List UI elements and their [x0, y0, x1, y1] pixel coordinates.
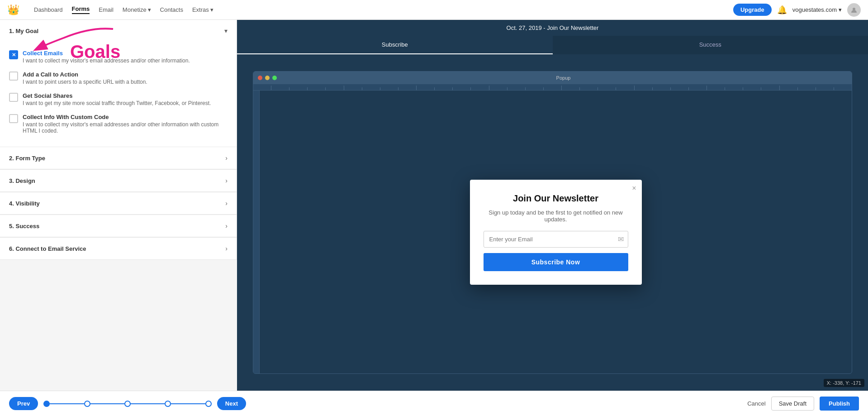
subscribe-now-button[interactable]: Subscribe Now — [484, 253, 628, 271]
browser-main: × Join Our Newsletter Sign up today and … — [260, 91, 852, 373]
section-design-header[interactable]: 3. Design › — [0, 169, 237, 192]
goal-option-add-cta[interactable]: Add a Call to Action I want to point use… — [9, 67, 228, 89]
preview-header: Oct. 27, 2019 - Join Our Newsletter — [237, 20, 868, 36]
chevron-down-icon: ▾ — [148, 6, 151, 13]
upgrade-button[interactable]: Upgrade — [733, 4, 772, 16]
progress-dot-2 — [84, 401, 90, 407]
browser-ruler-v — [253, 91, 260, 373]
publish-button[interactable]: Publish — [820, 397, 859, 411]
nav-forms[interactable]: Forms — [72, 5, 90, 14]
chevron-down-icon-extras: ▾ — [210, 6, 213, 13]
email-icon: ✉ — [618, 235, 624, 244]
goal-options: Collect Emails I want to collect my visi… — [0, 42, 237, 147]
goal-option-collect-emails[interactable]: Collect Emails I want to collect my visi… — [9, 46, 228, 67]
popup-title: Join Our Newsletter — [484, 193, 628, 204]
add-cta-title: Add a Call to Action — [23, 71, 147, 78]
section-success-header[interactable]: 5. Success › — [0, 215, 237, 237]
browser-minimize-dot[interactable] — [265, 76, 270, 80]
bottom-right: Cancel Save Draft Publish — [747, 397, 859, 411]
section-visibility-header[interactable]: 4. Visibility › — [0, 192, 237, 215]
topnav: 👑 Dashboard Forms Email Monetize ▾ Conta… — [0, 0, 868, 20]
chevron-down-icon-domain: ▾ — [839, 6, 842, 13]
prev-button[interactable]: Prev — [9, 397, 38, 410]
tab-subscribe[interactable]: Subscribe — [237, 36, 553, 54]
social-shares-title: Get Social Shares — [23, 92, 211, 99]
collect-emails-desc: I want to collect my visitor's email add… — [23, 57, 190, 64]
chevron-design-icon: › — [225, 177, 228, 184]
chevron-visibility-icon: › — [225, 200, 228, 207]
progress-dot-3 — [124, 401, 131, 407]
section-visibility-title: 4. Visibility — [9, 200, 40, 207]
checkbox-custom-code[interactable] — [9, 114, 18, 123]
main-layout: Goals 1. My Goal ▾ Collect Emails I want… — [0, 20, 868, 391]
progress-dot-1 — [43, 401, 50, 407]
browser-frame: Popup — [253, 71, 852, 374]
progress-track — [43, 401, 212, 407]
nav-dashboard[interactable]: Dashboard — [34, 6, 63, 13]
section-form-type-title: 2. Form Type — [9, 155, 45, 162]
browser-title: Popup — [280, 75, 847, 81]
save-draft-button[interactable]: Save Draft — [771, 397, 814, 411]
popup-email-wrap: ✉ — [484, 231, 628, 248]
popup-box: × Join Our Newsletter Sign up today and … — [470, 180, 642, 285]
right-panel: Oct. 27, 2019 - Join Our Newsletter Subs… — [237, 20, 868, 391]
collect-emails-title: Collect Emails — [23, 50, 190, 57]
preview-area: Popup — [237, 54, 868, 391]
section-my-goal-header[interactable]: 1. My Goal ▾ — [0, 20, 237, 42]
section-form-type-header[interactable]: 2. Form Type › — [0, 147, 237, 169]
section-connect-email-title: 6. Connect to Email Service — [9, 245, 86, 252]
section-success-title: 5. Success — [9, 223, 39, 230]
nav-email[interactable]: Email — [99, 6, 114, 13]
popup-subtitle: Sign up today and be the first to get no… — [484, 209, 628, 223]
checkbox-collect-emails[interactable] — [9, 50, 18, 59]
topnav-right: Upgrade 🔔 voguestates.com ▾ — [733, 3, 861, 17]
chevron-success-icon: › — [225, 222, 228, 230]
popup-close-button[interactable]: × — [632, 184, 636, 192]
section-design-title: 3. Design — [9, 177, 35, 184]
cancel-link[interactable]: Cancel — [747, 400, 765, 407]
coordinates-badge: X: -338, Y: -171 — [824, 379, 864, 387]
nav-contacts[interactable]: Contacts — [160, 6, 183, 13]
avatar[interactable] — [847, 3, 861, 17]
progress-dot-4 — [165, 401, 171, 407]
popup-overlay: × Join Our Newsletter Sign up today and … — [260, 91, 852, 373]
browser-ruler-h — [253, 84, 852, 91]
custom-code-desc: I want to collect my visitor's email add… — [23, 121, 228, 134]
browser-titlebar: Popup — [253, 72, 852, 84]
notification-bell-icon[interactable]: 🔔 — [777, 5, 787, 15]
tab-success[interactable]: Success — [553, 36, 868, 54]
browser-maximize-dot[interactable] — [272, 76, 277, 80]
section-my-goal-title: 1. My Goal — [9, 28, 38, 34]
popup-email-input[interactable] — [484, 231, 628, 248]
nav-monetize[interactable]: Monetize ▾ — [123, 6, 151, 13]
custom-code-title: Collect Info With Custom Code — [23, 114, 228, 120]
user-domain-selector[interactable]: voguestates.com ▾ — [792, 6, 842, 13]
chevron-my-goal-icon: ▾ — [224, 27, 228, 34]
next-button[interactable]: Next — [217, 397, 246, 410]
bottom-left: Prev Next — [9, 397, 246, 410]
browser-close-dot[interactable] — [258, 76, 262, 80]
chevron-connect-email-icon: › — [225, 245, 228, 252]
bottom-bar: Prev Next Cancel Save Draft Publish — [0, 391, 868, 416]
add-cta-desc: I want to point users to a specific URL … — [23, 79, 147, 85]
goal-option-social-shares[interactable]: Get Social Shares I want to get my site … — [9, 89, 228, 110]
goal-option-custom-code[interactable]: Collect Info With Custom Code I want to … — [9, 110, 228, 138]
preview-tab-bar: Subscribe Success — [237, 36, 868, 54]
social-shares-desc: I want to get my site more social traffi… — [23, 100, 211, 106]
checkbox-social-shares[interactable] — [9, 93, 18, 102]
left-panel: 1. My Goal ▾ Collect Emails I want to co… — [0, 20, 237, 260]
logo-icon[interactable]: 👑 — [7, 4, 19, 16]
nav-extras[interactable]: Extras ▾ — [192, 6, 213, 13]
progress-dots — [43, 401, 212, 407]
section-connect-email-header[interactable]: 6. Connect to Email Service › — [0, 237, 237, 260]
nav-links: Dashboard Forms Email Monetize ▾ Contact… — [34, 5, 722, 14]
chevron-form-type-icon: › — [225, 154, 228, 162]
progress-dot-5 — [205, 401, 212, 407]
checkbox-add-cta[interactable] — [9, 72, 18, 81]
